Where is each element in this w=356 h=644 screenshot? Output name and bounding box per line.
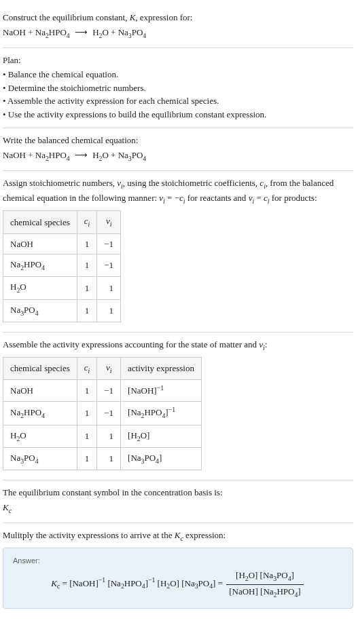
act-nu2: −1 <box>97 402 121 425</box>
beq-rhs3: PO <box>132 150 143 160</box>
plan-section: Plan: Balance the chemical equation. Det… <box>3 48 353 129</box>
beq-rhs2: O + Na <box>102 150 128 160</box>
balanced-title: Write the balanced chemical equation: <box>3 134 353 147</box>
stoich-h1: chemical species <box>3 211 77 233</box>
symbol-text: The equilibrium constant symbol in the c… <box>3 486 353 499</box>
plan-list: Balance the chemical equation. Determine… <box>3 68 353 121</box>
sub-4b: 4 <box>143 31 146 39</box>
answer-equation: Kc = [NaOH]−1 [Na2HPO4]−1 [H2O] [Na3PO4]… <box>13 569 343 599</box>
beq-rhs1: H <box>92 150 99 160</box>
act-exp2: [Na2HPO4]−1 <box>121 402 202 425</box>
stoich-sp4: Na3PO4 <box>3 299 77 322</box>
stoich-h3: νi <box>97 211 121 233</box>
act-h1: chemical species <box>3 357 77 379</box>
act-sp3: H2O <box>3 425 77 447</box>
eq-lhs2: HPO <box>49 27 67 37</box>
answer-box: Answer: Kc = [NaOH]−1 [Na2HPO4]−1 [H2O] … <box>3 548 353 609</box>
act-nu1: −1 <box>97 380 121 402</box>
stoich-r1b: = − <box>165 193 179 203</box>
stoich-t5: for products: <box>269 193 317 203</box>
fraction-numerator: [H2O] [Na3PO4] <box>226 569 303 584</box>
multiply-section: Mulitply the activity expressions to arr… <box>3 523 353 614</box>
symbol-section: The equilibrium constant symbol in the c… <box>3 480 353 523</box>
intro-line1b: , expression for: <box>135 12 192 22</box>
act-h4: activity expression <box>121 357 202 379</box>
mult-t1: Mulitply the activity expressions to arr… <box>3 530 175 540</box>
plan-item-4: Use the activity expressions to build th… <box>3 108 353 121</box>
act-h3: νi <box>97 357 121 379</box>
act-nu4: 1 <box>97 447 121 470</box>
act-nu3: 1 <box>97 425 121 447</box>
act-sp1: NaOH <box>3 380 77 402</box>
intro-text: Construct the equilibrium constant, K, e… <box>3 11 353 24</box>
stoich-nu2: −1 <box>97 254 121 277</box>
stoich-c4: 1 <box>77 299 97 322</box>
answer-fraction: [H2O] [Na3PO4][NaOH] [Na2HPO4] <box>226 569 303 599</box>
act-sp2: Na2HPO4 <box>3 402 77 425</box>
stoich-sp3: H2O <box>3 277 77 299</box>
bsub-4: 4 <box>67 154 70 162</box>
answer-label: Answer: <box>13 555 343 567</box>
stoich-table: chemical species ci νi NaOH 1 −1 Na2HPO4… <box>3 210 121 322</box>
intro-section: Construct the equilibrium constant, K, e… <box>3 5 353 48</box>
breaction-arrow: ⟶ <box>75 150 88 160</box>
act-exp1: [NaOH]−1 <box>121 380 202 402</box>
fraction-denominator: [NaOH] [Na2HPO4] <box>226 585 303 600</box>
stoich-row-1: NaOH 1 −1 <box>3 233 121 254</box>
act-row-4: Na3PO4 1 1 [Na3PO4] <box>3 447 202 470</box>
stoich-t2: , using the stoichiometric coefficients, <box>123 178 260 188</box>
stoich-row-4: Na3PO4 1 1 <box>3 299 121 322</box>
kc-symbol: Kc <box>3 501 353 516</box>
act-t2: : <box>265 339 268 349</box>
stoich-t4: for reactants and <box>185 193 249 203</box>
act-exp4: [Na3PO4] <box>121 447 202 470</box>
stoich-c2: 1 <box>77 254 97 277</box>
stoich-c3: 1 <box>77 277 97 299</box>
stoich-sp1: NaOH <box>3 233 77 254</box>
intro-line1: Construct the equilibrium constant, <box>3 12 130 22</box>
stoich-r2b: = <box>254 193 264 203</box>
act-c2: 1 <box>77 402 97 425</box>
act-sp4: Na3PO4 <box>3 447 77 470</box>
act-h2: ci <box>77 357 97 379</box>
plan-item-2: Determine the stoichiometric numbers. <box>3 81 353 95</box>
plan-item-1: Balance the chemical equation. <box>3 68 353 81</box>
beq-lhs2: HPO <box>49 150 67 160</box>
plan-title: Plan: <box>3 54 353 67</box>
act-t1: Assemble the activity expressions accoun… <box>3 339 259 349</box>
stoich-t1: Assign stoichiometric numbers, <box>3 178 117 188</box>
stoich-row-3: H2O 1 1 <box>3 277 121 299</box>
act-c1: 1 <box>77 380 97 402</box>
stoich-header-row: chemical species ci νi <box>3 211 121 233</box>
activity-table: chemical species ci νi activity expressi… <box>3 357 202 470</box>
reaction-arrow: ⟶ <box>75 27 88 37</box>
act-c3: 1 <box>77 425 97 447</box>
eq-lhs1: NaOH + Na <box>3 27 46 37</box>
stoich-nu1: −1 <box>97 233 121 254</box>
bsub-4b: 4 <box>143 154 146 162</box>
eq-rhs2: O + Na <box>102 27 128 37</box>
plan-item-3: Assemble the activity expression for eac… <box>3 94 353 108</box>
act-row-2: Na2HPO4 1 −1 [Na2HPO4]−1 <box>3 402 202 425</box>
act-header-row: chemical species ci νi activity expressi… <box>3 357 202 379</box>
stoich-text: Assign stoichiometric numbers, νi, using… <box>3 176 353 206</box>
act-row-3: H2O 1 1 [H2O] <box>3 425 202 447</box>
stoich-h2: ci <box>77 211 97 233</box>
balanced-equation: NaOH + Na2HPO4 ⟶ H2O + Na3PO4 <box>3 149 353 164</box>
act-exp3: [H2O] <box>121 425 202 447</box>
eq-rhs3: PO <box>132 27 143 37</box>
beq-lhs1: NaOH + Na <box>3 150 46 160</box>
activity-text: Assemble the activity expressions accoun… <box>3 338 353 353</box>
mult-t2: expression: <box>183 530 226 540</box>
act-c4: 1 <box>77 447 97 470</box>
act-row-1: NaOH 1 −1 [NaOH]−1 <box>3 380 202 402</box>
stoich-sp2: Na2HPO4 <box>3 254 77 277</box>
stoich-nu3: 1 <box>97 277 121 299</box>
stoich-section: Assign stoichiometric numbers, νi, using… <box>3 171 353 333</box>
multiply-text: Mulitply the activity expressions to arr… <box>3 529 353 544</box>
stoich-c1: 1 <box>77 233 97 254</box>
activity-section: Assemble the activity expressions accoun… <box>3 333 353 480</box>
intro-equation: NaOH + Na2HPO4 ⟶ H2O + Na3PO4 <box>3 26 353 41</box>
stoich-nu4: 1 <box>97 299 121 322</box>
sub-4: 4 <box>67 31 70 39</box>
